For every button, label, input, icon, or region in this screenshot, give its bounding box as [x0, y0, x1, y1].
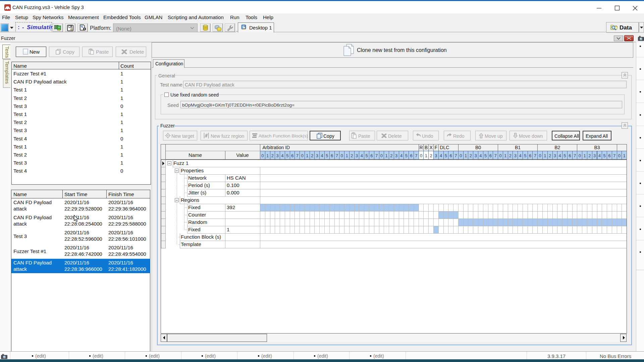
svg-text:1: 1 [504, 153, 506, 158]
svg-text:4: 4 [479, 153, 482, 158]
svg-text:B0: B0 [475, 145, 481, 150]
svg-text:3: 3 [435, 153, 437, 158]
svg-text:1: 1 [345, 153, 348, 158]
svg-text:Fixed: Fixed [188, 227, 201, 232]
svg-text:3: 3 [395, 153, 397, 158]
svg-text:6: 6 [529, 153, 531, 158]
svg-text:Period (s): Period (s) [188, 182, 210, 188]
svg-text:Jitter (s): Jitter (s) [188, 190, 206, 195]
svg-text:R: R [420, 145, 423, 150]
svg-text:0.000: 0.000 [227, 190, 239, 195]
svg-text:5: 5 [405, 153, 408, 158]
svg-text:Random: Random [188, 219, 207, 225]
svg-text:4: 4 [440, 153, 442, 158]
svg-text:3: 3 [514, 153, 517, 158]
svg-text:4: 4 [281, 153, 283, 158]
svg-text:Counter: Counter [188, 212, 206, 218]
svg-text:6: 6 [608, 153, 610, 158]
svg-text:6: 6 [569, 153, 571, 158]
svg-text:1: 1 [425, 153, 427, 158]
svg-text:3: 3 [356, 153, 358, 158]
svg-text:2: 2 [588, 153, 591, 158]
svg-text:Regions: Regions [181, 197, 199, 203]
svg-text:6: 6 [450, 153, 452, 158]
svg-text:7: 7 [534, 153, 536, 158]
svg-text:4: 4 [400, 153, 402, 158]
svg-text:6: 6 [331, 153, 333, 158]
svg-text:4: 4 [598, 153, 601, 158]
svg-text:1: 1 [583, 153, 586, 158]
svg-text:0: 0 [420, 153, 422, 158]
svg-text:7: 7 [336, 153, 338, 158]
svg-text:Template: Template [181, 241, 201, 247]
svg-text:Network: Network [188, 175, 207, 181]
svg-text:6: 6 [410, 153, 412, 158]
svg-text:Fuzz 1: Fuzz 1 [173, 160, 189, 166]
svg-text:1: 1 [465, 153, 467, 158]
svg-text:2: 2 [549, 153, 551, 158]
svg-text:0: 0 [261, 153, 264, 158]
svg-text:1: 1 [544, 153, 546, 158]
svg-text:0: 0 [499, 153, 501, 158]
svg-text:6: 6 [489, 153, 492, 158]
svg-text:4: 4 [519, 153, 521, 158]
svg-text:DLC: DLC [440, 145, 449, 150]
svg-text:Properties: Properties [181, 168, 204, 173]
svg-text:B3: B3 [594, 145, 600, 150]
svg-text:4: 4 [361, 153, 363, 158]
svg-text:3: 3 [276, 153, 279, 158]
svg-text:4: 4 [321, 153, 323, 158]
svg-text:0: 0 [539, 153, 541, 158]
svg-text:5: 5 [524, 153, 526, 158]
svg-text:0: 0 [579, 153, 581, 158]
svg-text:B2: B2 [554, 145, 560, 150]
svg-text:3: 3 [474, 153, 477, 158]
svg-text:2: 2 [470, 153, 472, 158]
svg-text:0: 0 [380, 153, 383, 158]
svg-text:2: 2 [390, 153, 392, 158]
svg-text:7: 7 [613, 153, 615, 158]
svg-text:5: 5 [365, 153, 368, 158]
svg-text:2: 2 [271, 153, 274, 158]
svg-text:3: 3 [554, 153, 556, 158]
svg-text:X: X [429, 145, 433, 150]
svg-text:5: 5 [445, 153, 447, 158]
svg-text:3: 3 [593, 153, 596, 158]
svg-text:4: 4 [559, 153, 561, 158]
svg-text:392: 392 [227, 204, 235, 210]
svg-text:7: 7 [574, 153, 576, 158]
svg-text:2: 2 [509, 153, 512, 158]
svg-text:Value: Value [236, 152, 249, 158]
svg-text:Fixed: Fixed [188, 204, 201, 210]
svg-text:1: 1 [266, 153, 269, 158]
svg-text:5: 5 [326, 153, 328, 158]
svg-text:F: F [435, 145, 438, 150]
svg-text:0: 0 [460, 153, 462, 158]
svg-text:5: 5 [603, 153, 606, 158]
svg-text:7: 7 [415, 153, 417, 158]
svg-text:1: 1 [623, 153, 626, 158]
svg-text:7: 7 [494, 153, 497, 158]
svg-text:5: 5 [564, 153, 566, 158]
svg-text:7: 7 [375, 153, 378, 158]
svg-text:B: B [425, 145, 428, 150]
svg-text:0: 0 [341, 153, 343, 158]
svg-text:HS CAN: HS CAN [227, 175, 246, 181]
svg-text:Arbitration ID: Arbitration ID [263, 145, 290, 150]
svg-text:6: 6 [370, 153, 373, 158]
svg-text:Name: Name [189, 152, 202, 158]
svg-text:1: 1 [306, 153, 308, 158]
svg-text:1: 1 [227, 227, 229, 232]
svg-text:2: 2 [430, 153, 432, 158]
svg-text:2: 2 [311, 153, 313, 158]
svg-text:2: 2 [351, 153, 353, 158]
svg-text:1: 1 [385, 153, 388, 158]
svg-text:5: 5 [286, 153, 288, 158]
svg-text:B1: B1 [515, 145, 521, 150]
svg-text:0.100: 0.100 [227, 182, 239, 188]
svg-text:7: 7 [296, 153, 299, 158]
svg-text:7: 7 [454, 153, 457, 158]
svg-text:Function Block (s): Function Block (s) [181, 234, 221, 240]
svg-text:5: 5 [484, 153, 487, 158]
svg-text:6: 6 [291, 153, 293, 158]
